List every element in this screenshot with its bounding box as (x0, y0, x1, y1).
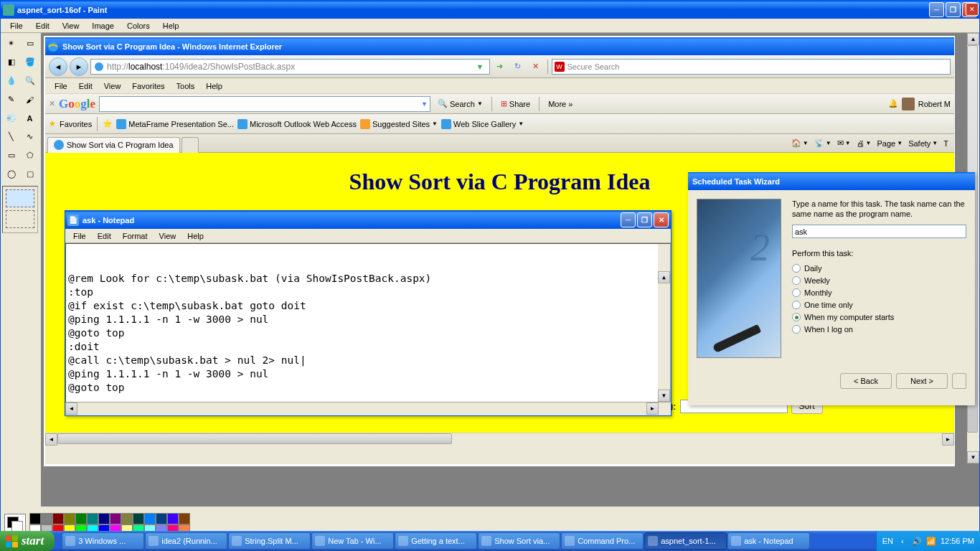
notepad-titlebar[interactable]: 📄 ask - Notepad ─ ❐ ✕ (65, 211, 671, 229)
tool-options[interactable] (2, 186, 38, 233)
forward-button[interactable]: ► (70, 57, 88, 76)
menu-colors[interactable]: Colors (121, 20, 156, 32)
scroll-left-button[interactable]: ◄ (45, 433, 57, 446)
tool-fill[interactable]: 🪣 (21, 53, 39, 71)
taskbar-item[interactable]: Getting a text... (395, 532, 477, 550)
back-button[interactable]: ◄ (49, 57, 67, 76)
ie-hscrollbar[interactable]: ◄ ► (45, 433, 954, 445)
google-search-button[interactable]: 🔍Search▼ (434, 98, 486, 110)
menu-file[interactable]: File (67, 230, 92, 242)
minimize-button[interactable]: ─ (929, 2, 944, 17)
menu-help[interactable]: Help (157, 20, 185, 32)
favorites-label[interactable]: Favorites (60, 120, 92, 128)
refresh-button[interactable]: ↻ (510, 59, 526, 75)
menu-edit[interactable]: Edit (30, 20, 55, 32)
tool-curve[interactable]: ∿ (21, 128, 39, 146)
radio-button[interactable] (792, 313, 801, 321)
scroll-left-button[interactable]: ◄ (65, 402, 77, 415)
wizard-option[interactable]: One time only (792, 301, 966, 309)
tool-pencil[interactable]: ✎ (2, 90, 20, 108)
color-swatch[interactable] (87, 513, 98, 524)
taskbar-item[interactable]: String.Split M... (228, 532, 311, 550)
color-swatch[interactable] (144, 513, 156, 524)
menu-image[interactable]: Image (86, 20, 120, 32)
color-swatch[interactable] (64, 513, 75, 524)
scroll-right-button[interactable]: ► (646, 402, 659, 415)
color-swatch[interactable] (41, 513, 52, 524)
favorites-star-icon[interactable]: ★ (49, 119, 56, 128)
color-swatch[interactable] (98, 513, 110, 524)
taskbar-item[interactable]: aspnet_sort-1... (644, 532, 727, 550)
ie-tab-current[interactable]: Show Sort via C Program Idea (47, 137, 180, 153)
next-button[interactable]: Next > (896, 373, 948, 389)
scroll-right-button[interactable]: ► (942, 433, 954, 446)
radio-button[interactable] (792, 325, 801, 334)
bell-icon[interactable]: 🔔 (888, 99, 898, 108)
notepad-vscrollbar[interactable]: ▲ ▼ (658, 244, 670, 402)
ie-menu-file[interactable]: File (49, 80, 73, 92)
network-icon[interactable]: 📶 (926, 536, 936, 546)
clock[interactable]: 12:56 PM (941, 537, 974, 545)
ie-menu-help[interactable]: Help (200, 80, 228, 92)
search-box[interactable]: W Secure Search (552, 59, 951, 75)
mail-button[interactable]: ✉▼ (837, 138, 851, 148)
ie-menu-view[interactable]: View (98, 80, 127, 92)
color-swatch[interactable] (29, 513, 41, 524)
tool-freeform-select[interactable]: ✴ (2, 34, 20, 52)
menu-format[interactable]: Format (117, 230, 154, 242)
radio-button[interactable] (792, 276, 801, 285)
menu-edit[interactable]: Edit (92, 230, 117, 242)
page-menu[interactable]: Page▼ (877, 139, 903, 148)
fav-metaframe[interactable]: MetaFrame Presentation Se... (116, 119, 234, 129)
scroll-up-button[interactable]: ▲ (658, 271, 670, 283)
wizard-option[interactable]: Weekly (792, 276, 966, 285)
tool-rect[interactable]: ▭ (2, 146, 20, 164)
color-swatch[interactable] (133, 513, 144, 524)
start-button[interactable]: start (0, 531, 55, 551)
maximize-button[interactable]: ❐ (946, 2, 961, 17)
fav-suggested[interactable]: Suggested Sites▼ (360, 119, 438, 129)
user-name[interactable]: Robert M (918, 100, 951, 108)
menu-view[interactable]: View (154, 230, 182, 242)
tool-polygon[interactable]: ⬠ (21, 146, 39, 164)
color-swatch[interactable] (179, 513, 190, 524)
tray-expand-icon[interactable]: ‹ (897, 536, 908, 546)
tool-eraser[interactable]: ◧ (2, 53, 20, 71)
tool-text[interactable]: A (21, 109, 39, 127)
safety-menu[interactable]: Safety▼ (908, 139, 938, 148)
tool-roundrect[interactable]: ▢ (21, 165, 39, 183)
wizard-option[interactable]: Monthly (792, 288, 966, 297)
lang-indicator[interactable]: EN (882, 537, 893, 545)
stop-button[interactable]: ✕ (528, 59, 544, 75)
fav-webslice[interactable]: Web Slice Gallery▼ (441, 119, 524, 129)
menu-file[interactable]: File (4, 20, 29, 32)
ie-menu-tools[interactable]: Tools (171, 80, 201, 92)
paint-titlebar[interactable]: aspnet_sort-16of - Paint ─ ❐ ✕ (1, 1, 979, 19)
new-tab-button[interactable] (182, 137, 199, 153)
wizard-titlebar[interactable]: Scheduled Task Wizard (688, 172, 975, 190)
wizard-option[interactable]: When I log on (792, 325, 966, 334)
tool-magnify[interactable]: 🔍 (21, 72, 39, 90)
ie-menu-favorites[interactable]: Favorites (126, 80, 170, 92)
tool-ellipse[interactable]: ◯ (2, 165, 20, 183)
scroll-down-button[interactable]: ▼ (658, 390, 670, 402)
color-swatch[interactable] (110, 513, 121, 524)
minimize-button[interactable]: ─ (621, 212, 636, 227)
google-search-input[interactable]: ▼ (99, 96, 430, 112)
wizard-option[interactable]: Daily (792, 264, 966, 273)
scroll-thumb[interactable] (57, 433, 452, 444)
taskbar-item[interactable]: 3 Windows ... (62, 532, 144, 550)
volume-icon[interactable]: 🔊 (912, 536, 922, 546)
address-bar[interactable]: http://localhost:1049/idea2/ShowIsPostBa… (90, 59, 490, 75)
fav-add-icon[interactable]: ⭐ (103, 119, 113, 128)
taskbar-item[interactable]: Command Pro... (561, 532, 644, 550)
notepad-textarea[interactable]: @rem Look for c:\temp\subask.bat (via Sh… (65, 243, 671, 402)
color-swatch[interactable] (52, 513, 64, 524)
tool-picker[interactable]: 💧 (2, 72, 20, 90)
address-dropdown[interactable]: ▼ (476, 62, 487, 71)
tools-menu[interactable]: T (943, 139, 948, 148)
color-swatch[interactable] (121, 513, 133, 524)
radio-button[interactable] (792, 288, 801, 297)
color-swatch[interactable] (75, 513, 87, 524)
wizard-option[interactable]: When my computer starts (792, 313, 966, 321)
